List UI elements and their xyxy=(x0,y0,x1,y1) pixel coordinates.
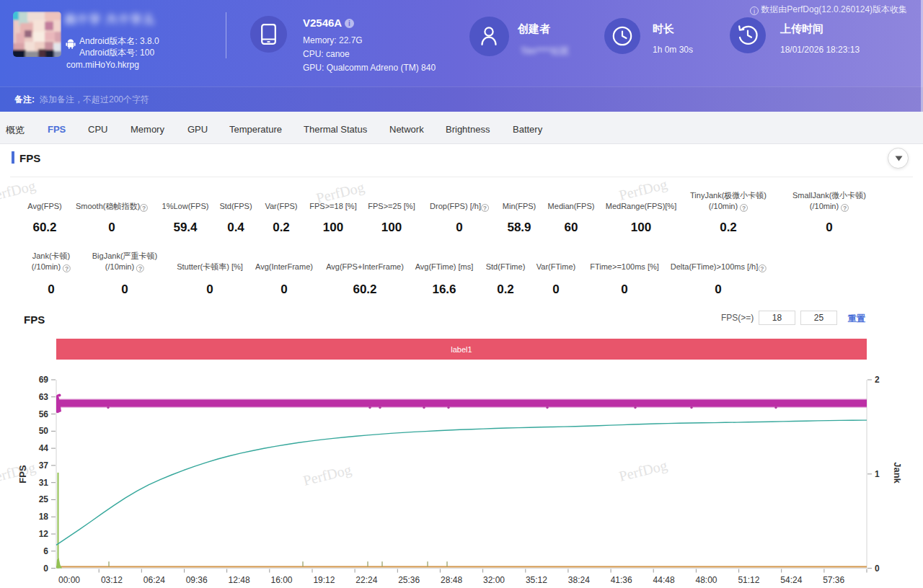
svg-text:06:24: 06:24 xyxy=(143,575,165,585)
svg-text:54:24: 54:24 xyxy=(780,575,802,585)
svg-text:57:36: 57:36 xyxy=(823,575,844,585)
svg-text:12: 12 xyxy=(39,529,49,539)
svg-text:1: 1 xyxy=(875,469,880,479)
svg-text:label1: label1 xyxy=(451,345,472,354)
svg-text:63: 63 xyxy=(39,392,49,402)
svg-text:FPS: FPS xyxy=(17,465,28,484)
svg-text:44: 44 xyxy=(39,443,49,453)
svg-text:09:36: 09:36 xyxy=(186,575,208,585)
svg-text:51:12: 51:12 xyxy=(738,575,759,585)
svg-text:35:12: 35:12 xyxy=(526,575,547,585)
svg-text:2: 2 xyxy=(875,375,880,385)
svg-text:31: 31 xyxy=(39,478,49,488)
svg-text:0: 0 xyxy=(875,564,880,574)
svg-text:25:36: 25:36 xyxy=(398,575,420,585)
svg-text:28:48: 28:48 xyxy=(441,575,462,585)
svg-text:12:48: 12:48 xyxy=(229,575,250,585)
svg-text:69: 69 xyxy=(39,375,49,385)
svg-text:18: 18 xyxy=(39,512,49,522)
svg-text:16:00: 16:00 xyxy=(270,575,292,585)
svg-text:38:24: 38:24 xyxy=(568,575,590,585)
svg-text:48:00: 48:00 xyxy=(695,575,717,585)
svg-text:50: 50 xyxy=(39,426,49,436)
svg-text:56: 56 xyxy=(39,409,49,419)
svg-text:03:12: 03:12 xyxy=(101,575,123,585)
svg-text:22:24: 22:24 xyxy=(355,575,377,585)
svg-text:25: 25 xyxy=(39,494,49,504)
svg-text:Jank: Jank xyxy=(892,462,903,484)
svg-text:32:00: 32:00 xyxy=(483,575,505,585)
svg-text:0: 0 xyxy=(43,564,48,574)
svg-text:19:12: 19:12 xyxy=(313,575,335,585)
svg-text:00:00: 00:00 xyxy=(58,575,80,585)
svg-text:6: 6 xyxy=(43,546,48,556)
svg-text:44:48: 44:48 xyxy=(653,575,675,585)
svg-text:37: 37 xyxy=(39,460,49,471)
svg-text:41:36: 41:36 xyxy=(611,575,632,585)
